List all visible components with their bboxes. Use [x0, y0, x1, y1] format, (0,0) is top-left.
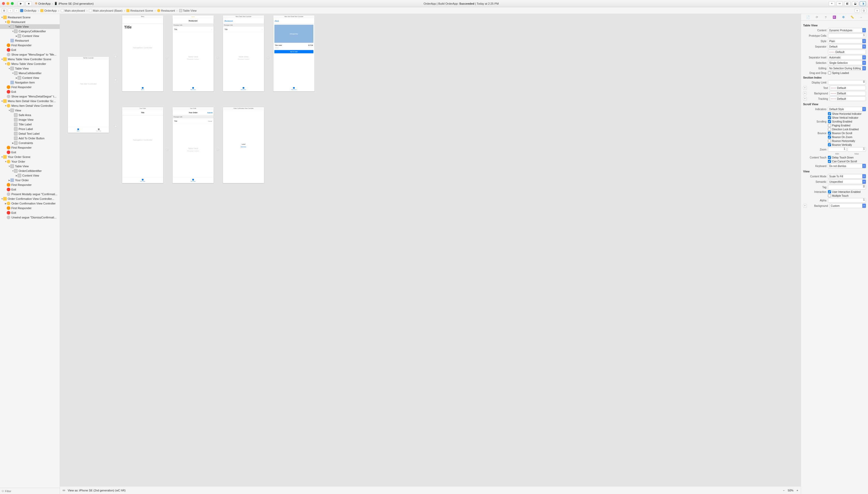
bc-view[interactable]: Table View — [179, 9, 197, 12]
help-tab[interactable]: ? — [824, 15, 828, 19]
history-tab[interactable]: ⟳ — [815, 15, 819, 19]
prototype-cell[interactable]: Title› — [223, 26, 264, 32]
outline-row[interactable]: Add To Order Button — [0, 136, 60, 140]
editing-select[interactable]: No Selection During Editing▾ — [828, 66, 866, 71]
panel-right-button[interactable]: ◨ — [860, 1, 866, 6]
related-items-button[interactable]: ⊞ — [2, 8, 7, 13]
outline-row[interactable]: First Responder — [0, 43, 60, 48]
outline-row[interactable]: ▼Menu Item Detail View Controller Sc... — [0, 99, 60, 103]
scroll-en-check[interactable]: Scrolling Enabled — [828, 120, 866, 123]
file-tab[interactable]: 📄 — [806, 15, 810, 19]
bounce-zoom-check[interactable]: Bounce On Zoom — [828, 135, 866, 138]
zoom-max-field[interactable]: 1 — [848, 147, 866, 152]
outline-row[interactable]: ▼Table View — [0, 164, 60, 169]
storyboard-canvas[interactable]: Tab Bar Controller Tab Bar Controller Me… — [60, 14, 801, 486]
outline-row[interactable]: ▼MenuCellIdentifier — [0, 71, 60, 75]
back-button[interactable]: ‹ — [8, 8, 13, 13]
dismiss-button[interactable]: Dismiss — [223, 146, 264, 148]
bounce-h-check[interactable]: Bounce Horizontally — [828, 139, 866, 142]
separator-color[interactable]: Default — [828, 50, 866, 54]
segue-icon[interactable]: ⊙ — [216, 148, 219, 151]
zoom-out-button[interactable]: − — [783, 489, 785, 492]
outline-row[interactable]: ▼View — [0, 108, 60, 113]
cancel-scroll-check[interactable]: Can Cancel On Scroll — [828, 160, 866, 163]
connections-tab[interactable]: → — [859, 15, 863, 19]
prototype-cells-field[interactable]: 1 — [828, 33, 866, 38]
submit-button[interactable]: Submit — [207, 112, 212, 113]
outline-row[interactable]: ▼Order Confirmation View Controller... — [0, 196, 60, 201]
close-button[interactable] — [2, 2, 5, 5]
selection-select[interactable]: Single Selection▾ — [828, 60, 866, 65]
detail-frame[interactable]: Menu Item Detail View Controller ‹ Back … — [273, 15, 314, 92]
minimize-button[interactable] — [6, 2, 9, 5]
outline-row[interactable]: First Responder — [0, 206, 60, 210]
segue-icon[interactable]: ⊙ — [166, 57, 169, 59]
display-limit-field[interactable]: 0 — [828, 80, 866, 85]
style-select[interactable]: Plain▾ — [828, 39, 866, 43]
separator-select[interactable]: Default▾ — [828, 44, 866, 49]
show-h-check[interactable]: Show Horizontal Indicator — [828, 112, 866, 115]
outline-row[interactable]: Image View — [0, 117, 60, 122]
alpha-field[interactable]: 1 — [828, 198, 866, 203]
outline-row[interactable]: Unwind segue "DismissConfirmati... — [0, 215, 60, 220]
keyboard-select[interactable]: Do not dismiss▾ — [828, 164, 866, 168]
add-text-button[interactable]: + — [803, 86, 807, 90]
outline-row[interactable]: Show segue "MenuSegue" to "Me... — [0, 52, 60, 57]
outline-row[interactable]: ▼Menu Table View Controller Scene — [0, 57, 60, 61]
tag-field[interactable]: 0 — [828, 185, 866, 189]
paging-check[interactable]: Paging Enabled — [828, 124, 866, 127]
multi-touch-check[interactable]: Multiple Touch — [828, 194, 866, 197]
bc-base[interactable]: Main.storyboard (Base) — [89, 9, 122, 12]
show-v-check[interactable]: Show Vertical Indicator — [828, 116, 866, 119]
tab-order[interactable]: Your Order — [89, 127, 109, 133]
semantic-select[interactable]: Unspecified▾ — [828, 179, 866, 184]
outline-row[interactable]: Exit — [0, 187, 60, 192]
bc-vc[interactable]: Restaurant — [157, 9, 175, 12]
order-frame[interactable]: Your Order Your OrderSubmit Prototype Ce… — [172, 107, 214, 183]
menu-tvc-frame[interactable]: Menu Table View Controller ‹ Restaurant … — [223, 15, 264, 92]
add-button[interactable]: + — [829, 1, 835, 6]
outline-row[interactable]: Present Modally segue "Confirmati... — [0, 192, 60, 196]
delay-touch-check[interactable]: Delay Touch Down — [828, 156, 866, 159]
menu-nav-frame[interactable]: Menu Title Navigation Controller Menu — [122, 15, 163, 92]
back-button[interactable]: ‹ Restaurant — [224, 20, 233, 22]
order-nav-frame[interactable]: Your Order Title Navigation Controller Y… — [122, 107, 163, 183]
segue-icon[interactable]: ○ — [114, 79, 117, 81]
outline-row[interactable]: ▼Table View — [0, 24, 60, 29]
bc-project[interactable]: OrderApp — [20, 9, 36, 12]
outline-row[interactable]: Navigation Item — [0, 80, 60, 85]
outline-row[interactable]: First Responder — [0, 145, 60, 150]
outline-row[interactable]: Exit — [0, 48, 60, 52]
outline-row[interactable]: ▼Your Order — [0, 159, 60, 164]
outline-row[interactable]: ▼Restaurant — [0, 20, 60, 24]
outline-row[interactable]: First Responder — [0, 183, 60, 187]
add-view-bg-button[interactable]: + — [803, 204, 807, 208]
indicator-select[interactable]: Default Style▾ — [828, 107, 866, 111]
panel-bottom-button[interactable]: ⬓ — [852, 1, 858, 6]
bc-scene[interactable]: Restaurant Scene — [127, 9, 153, 12]
outline-row[interactable]: Exit — [0, 150, 60, 155]
outline-row[interactable]: Detail Text Label — [0, 131, 60, 136]
outline-row[interactable]: ▼Menu Table View Controller — [0, 61, 60, 66]
outline-row[interactable]: ▶Order Confirmation View Controller — [0, 201, 60, 206]
bounce-v-check[interactable]: Bounce Vertically — [828, 143, 866, 146]
bg-color[interactable]: Default — [829, 91, 866, 96]
text-color[interactable]: Default — [829, 86, 866, 90]
zoom-in-button[interactable]: + — [797, 489, 798, 492]
dirlock-check[interactable]: Direction Lock Enabled — [828, 128, 866, 131]
outline-row[interactable]: First Responder — [0, 85, 60, 90]
user-interaction-check[interactable]: User Interaction Enabled — [828, 190, 866, 193]
restaurant-frame[interactable]: ● ● ● Restaurant Prototype Cells Title› … — [172, 15, 214, 92]
outline-row[interactable]: ▼OrderCellIdentifier — [0, 169, 60, 173]
spring-loaded-check[interactable]: Spring Loaded — [828, 71, 866, 74]
tabbar-controller-frame[interactable]: Tab Bar Controller Tab Bar Controller Me… — [68, 57, 109, 133]
stop-button[interactable]: ■ — [25, 1, 32, 6]
bc-group[interactable]: OrderApp — [40, 9, 57, 12]
outline-row[interactable]: ▼Your Order Scene — [0, 155, 60, 159]
content-mode-select[interactable]: Scale To Fill▾ — [828, 174, 866, 178]
attributes-tab[interactable]: ⚙ — [842, 15, 846, 19]
segue-icon[interactable]: ⊙ — [267, 57, 269, 59]
identity-tab[interactable]: 🆔 — [832, 15, 836, 19]
segue-icon[interactable]: ○ — [114, 125, 117, 128]
view-as-label[interactable]: View as: iPhone SE (2nd generation) (wC … — [68, 489, 780, 492]
